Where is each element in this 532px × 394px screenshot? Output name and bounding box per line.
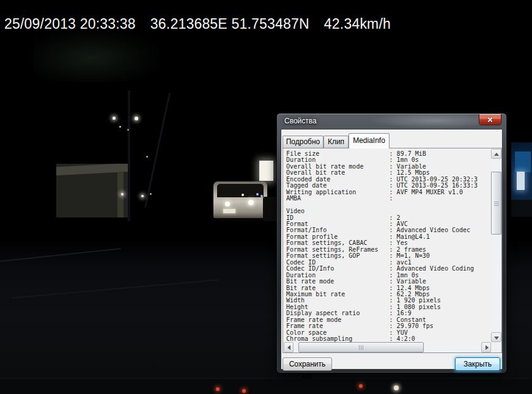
scrollbar-corner — [491, 342, 501, 352]
van-license-plate — [223, 209, 235, 213]
arrow-down-icon — [494, 337, 499, 340]
tab-mediainfo[interactable]: MediaInfo — [349, 133, 390, 148]
dashboard-silhouette — [0, 378, 532, 394]
taillight — [216, 387, 220, 391]
dashcam-player-screen: 25/09/2013 20:33:38 36.213685E 51.753487… — [0, 0, 532, 394]
van-light-right — [248, 200, 254, 205]
windshield-reflection — [34, 29, 162, 81]
blue-kiosk-base — [511, 200, 532, 217]
leaning-pole — [144, 93, 171, 208]
scrollbar-grip-icon — [359, 345, 364, 350]
overlay-speed: 42.34km/h — [324, 16, 391, 32]
vertical-scrollbar-thumb[interactable] — [491, 172, 501, 235]
mediainfo-panel: File size : 89.7 MiB Duration : 1mn 0s O… — [283, 148, 502, 353]
yard-light — [121, 193, 124, 195]
video-timestamp-overlay: 25/09/2013 20:33:38 36.213685E 51.753487… — [4, 16, 391, 32]
arrow-left-icon — [287, 345, 290, 350]
streetlight — [135, 117, 138, 120]
dialog-title-bar[interactable]: Свойства — [277, 114, 506, 129]
horizontal-scrollbar[interactable] — [284, 342, 491, 352]
scroll-right-button[interactable] — [481, 342, 491, 352]
arrow-right-icon — [486, 345, 489, 350]
distant-light — [119, 126, 121, 128]
utility-pole — [128, 90, 130, 221]
distant-light — [146, 156, 148, 158]
roadside-building — [56, 164, 128, 217]
tab-klip[interactable]: Клип — [323, 136, 349, 148]
van-reflection-light — [242, 194, 244, 196]
save-as-button[interactable]: Сохранить как — [283, 357, 332, 371]
overlay-gps-coordinates: 36.213685E 51.753487N — [150, 16, 309, 32]
properties-dialog: Свойства Подробно Клип MediaInfo File si… — [276, 113, 507, 373]
van-blue-light — [256, 193, 259, 195]
blue-kiosk-light — [517, 172, 525, 190]
van-light-left — [225, 202, 230, 206]
headlight — [394, 385, 399, 390]
arrow-up-icon — [494, 153, 499, 156]
close-dialog-button[interactable]: Закрыть — [455, 357, 500, 371]
lit-sign — [259, 161, 273, 181]
close-button[interactable] — [479, 114, 501, 125]
taillight — [359, 384, 363, 388]
titlebar-glass-blur — [369, 114, 479, 129]
taillight — [242, 389, 246, 393]
vertical-scrollbar[interactable] — [491, 149, 501, 342]
distant-light — [127, 129, 129, 131]
mediainfo-text[interactable]: File size : 89.7 MiB Duration : 1mn 0s O… — [284, 149, 491, 342]
tab-podrobno[interactable]: Подробно — [283, 136, 323, 148]
overlay-datetime: 25/09/2013 20:33:38 — [4, 16, 136, 32]
scroll-down-button[interactable] — [491, 332, 501, 342]
horizontal-scrollbar-thumb[interactable] — [298, 342, 424, 352]
scroll-left-button[interactable] — [284, 342, 294, 352]
streetlight — [113, 117, 116, 120]
blue-kiosk-window — [515, 151, 531, 172]
scroll-up-button[interactable] — [491, 149, 501, 159]
dialog-title: Свойства — [284, 117, 317, 125]
yard-light — [150, 193, 152, 195]
scrollbar-grip-icon — [494, 202, 499, 206]
yard-light — [141, 195, 144, 197]
van-blue-light — [260, 195, 263, 197]
dialog-client-area: Подробно Клип MediaInfo File size : 89.7… — [281, 129, 503, 370]
